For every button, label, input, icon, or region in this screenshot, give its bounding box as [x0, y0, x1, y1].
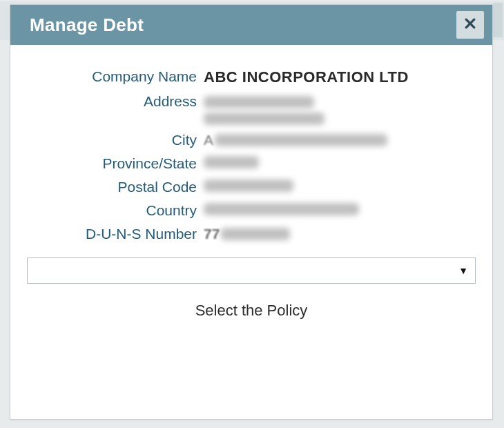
value-country — [204, 201, 478, 219]
label-postal-code: Postal Code — [24, 177, 197, 195]
value-duns-prefix: 77 — [204, 226, 220, 242]
close-button[interactable] — [456, 11, 484, 39]
value-address — [204, 92, 478, 125]
value-city: A — [204, 130, 478, 148]
redacted-text — [204, 113, 324, 125]
manage-debt-dialog: Manage Debt Company Name ABC INCORPORATI… — [10, 4, 493, 420]
dialog-header: Manage Debt — [10, 5, 492, 45]
value-city-prefix: A — [204, 132, 213, 148]
redacted-text — [221, 228, 290, 240]
dialog-body: Company Name ABC INCORPORATION LTD Addre… — [10, 45, 492, 320]
background-accent — [493, 3, 503, 37]
label-province: Province/State — [24, 154, 197, 172]
value-postal-code — [204, 177, 478, 195]
redacted-text — [204, 96, 314, 108]
label-country: Country — [24, 201, 197, 219]
company-info-grid: Company Name ABC INCORPORATION LTD Addre… — [24, 67, 478, 242]
redacted-text — [204, 203, 359, 215]
label-company-name: Company Name — [24, 67, 197, 85]
close-icon — [463, 17, 477, 33]
label-address: Address — [24, 92, 197, 110]
label-city: City — [24, 130, 197, 148]
chevron-down-icon: ▼ — [458, 265, 468, 276]
redacted-text — [204, 156, 259, 168]
label-duns: D-U-N-S Number — [24, 224, 197, 242]
modal-backdrop: Manage Debt Company Name ABC INCORPORATI… — [0, 0, 504, 428]
redacted-text — [215, 134, 387, 146]
value-company-name: ABC INCORPORATION LTD — [204, 67, 478, 86]
value-province — [204, 154, 478, 172]
policy-select-caption: Select the Policy — [24, 302, 478, 320]
dialog-title: Manage Debt — [30, 14, 144, 36]
redacted-text — [204, 179, 293, 192]
value-duns: 77 — [204, 224, 478, 242]
policy-select[interactable]: ▼ — [27, 257, 476, 284]
